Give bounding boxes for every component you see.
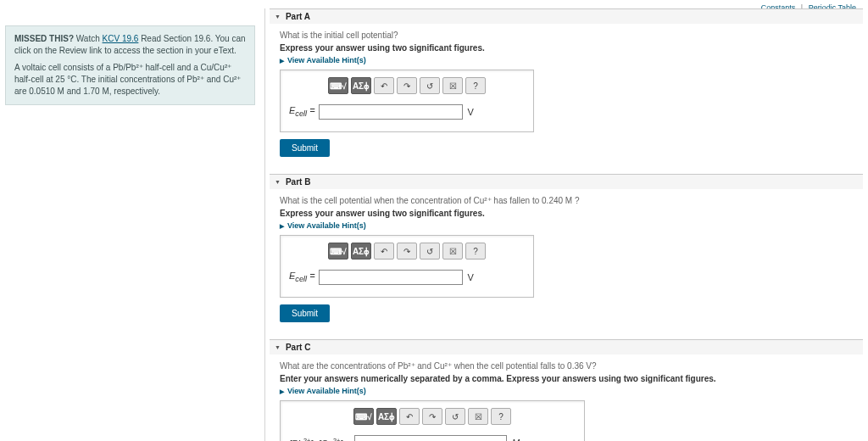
symbols-icon[interactable]: ΑΣϕ [351, 243, 371, 260]
undo-icon[interactable]: ↶ [399, 408, 420, 425]
part-c-answer-box: ⌨√ ΑΣϕ ↶ ↷ ↺ ☒ ? [Pb2+], [Cu2+] = M [280, 400, 585, 441]
part-b-hints[interactable]: View Available Hint(s) [280, 221, 853, 230]
kcv-link[interactable]: KCV 19.6 [103, 34, 139, 43]
undo-icon[interactable]: ↶ [374, 243, 394, 260]
part-c: Part C What are the concentrations of Pb… [270, 339, 863, 441]
redo-icon[interactable]: ↷ [397, 77, 417, 94]
part-b-instruction: Express your answer using two significan… [280, 209, 853, 218]
vertical-divider [264, 8, 265, 441]
flag-icon[interactable]: ☒ [442, 243, 463, 260]
part-a-question: What is the initial cell potential? [280, 31, 853, 40]
help-icon[interactable]: ? [465, 77, 486, 94]
part-a-input[interactable] [319, 104, 463, 120]
redo-icon[interactable]: ↷ [422, 408, 442, 425]
part-a-submit-button[interactable]: Submit [280, 139, 330, 157]
part-a-input-label: Ecell = [289, 105, 315, 118]
flag-icon[interactable]: ☒ [442, 77, 463, 94]
part-c-input[interactable] [354, 435, 507, 441]
redo-icon[interactable]: ↷ [397, 243, 417, 260]
symbols-icon[interactable]: ΑΣϕ [376, 408, 397, 425]
reset-icon[interactable]: ↺ [420, 77, 440, 94]
part-b-input[interactable] [319, 270, 463, 285]
problem-statement-box: MISSED THIS? Watch KCV 19.6 Read Section… [5, 25, 255, 105]
part-a-instruction: Express your answer using two significan… [280, 43, 853, 53]
keyboard-icon[interactable]: ⌨√ [353, 408, 374, 425]
part-c-unit: M [512, 438, 520, 441]
part-c-instruction: Enter your answers numerically separated… [280, 374, 853, 383]
watch-label: Watch [76, 34, 103, 43]
part-c-input-label: [Pb2+], [Cu2+] = [289, 437, 351, 441]
part-a-header[interactable]: Part A [270, 9, 863, 24]
symbols-icon[interactable]: ΑΣϕ [351, 77, 371, 94]
keyboard-icon[interactable]: ⌨√ [328, 243, 348, 260]
part-a: Part A What is the initial cell potentia… [270, 8, 863, 165]
reset-icon[interactable]: ↺ [420, 243, 440, 260]
part-a-answer-box: ⌨√ ΑΣϕ ↶ ↷ ↺ ☒ ? Ecell = V [280, 70, 534, 132]
part-b-unit: V [468, 272, 474, 282]
help-icon[interactable]: ? [465, 243, 486, 260]
part-c-hints[interactable]: View Available Hint(s) [280, 387, 853, 395]
reset-icon[interactable]: ↺ [445, 408, 465, 425]
part-b-input-label: Ecell = [289, 271, 315, 283]
problem-text: A voltaic cell consists of a Pb/Pb²⁺ hal… [14, 62, 246, 98]
flag-icon[interactable]: ☒ [468, 408, 488, 425]
part-c-question: What are the concentrations of Pb²⁺ and … [280, 361, 853, 371]
part-b-question: What is the cell potential when the conc… [280, 196, 853, 205]
help-icon[interactable]: ? [491, 408, 511, 425]
missed-label: MISSED THIS? [14, 34, 74, 43]
keyboard-icon[interactable]: ⌨√ [328, 77, 348, 94]
part-b-header[interactable]: Part B [270, 175, 863, 189]
part-a-unit: V [468, 107, 474, 117]
part-b-answer-box: ⌨√ ΑΣϕ ↶ ↷ ↺ ☒ ? Ecell = V [280, 235, 534, 298]
part-a-hints[interactable]: View Available Hint(s) [280, 56, 853, 64]
part-c-header[interactable]: Part C [270, 340, 863, 354]
part-b: Part B What is the cell potential when t… [270, 174, 863, 331]
undo-icon[interactable]: ↶ [374, 77, 394, 94]
part-b-submit-button[interactable]: Submit [280, 304, 330, 322]
